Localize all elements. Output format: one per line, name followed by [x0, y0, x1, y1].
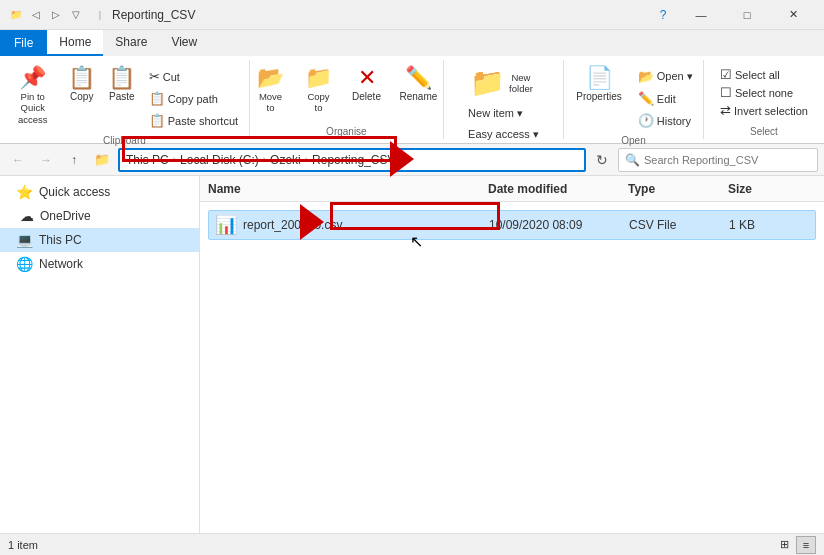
col-header-name: Name	[208, 182, 488, 196]
copy-path-button[interactable]: 📋 Copy path	[144, 88, 243, 109]
col-header-modified: Date modified	[488, 182, 628, 196]
search-bar[interactable]: 🔍	[618, 148, 818, 172]
view-list-button[interactable]: ≡	[796, 536, 816, 554]
select-btns: ☑ Select all ☐ Select none ⇄ Invert sele…	[716, 64, 812, 119]
forward-icon: ▷	[48, 7, 64, 23]
open-group: 📄 Properties 📂 Open ▾ ✏️ Edit 🕐 History …	[564, 60, 704, 139]
history-icon: 🕐	[638, 113, 654, 128]
breadcrumb-reportingcsv[interactable]: Reporting_CSV	[312, 153, 395, 167]
select-none-button[interactable]: ☐ Select none	[716, 84, 812, 101]
pin-to-quick-button[interactable]: 📌 Pin to Quickaccess	[6, 64, 60, 128]
file-item-name-cell: 📊 report_200910.csv	[215, 214, 489, 236]
minimize-button[interactable]: —	[678, 0, 724, 30]
view-buttons: ⊞ ≡	[774, 536, 816, 554]
breadcrumb-sep1: ›	[173, 154, 176, 165]
maximize-button[interactable]: □	[724, 0, 770, 30]
breadcrumb-ozeki[interactable]: Ozeki ›	[270, 153, 308, 167]
paste-label: Paste	[109, 91, 135, 102]
status-bar: 1 item ⊞ ≡	[0, 533, 824, 555]
paste-shortcut-icon: 📋	[149, 113, 165, 128]
select-label: Select	[750, 124, 778, 139]
status-item-count: 1 item	[8, 539, 38, 551]
tab-file[interactable]: File	[0, 30, 47, 56]
search-icon: 🔍	[625, 153, 640, 167]
copy-path-label: Copy path	[168, 93, 218, 105]
properties-label: Properties	[576, 91, 622, 102]
cut-button[interactable]: ✂ Cut	[144, 66, 243, 87]
new-item-label: New item ▾	[468, 107, 523, 120]
copy-label: Copy	[70, 91, 93, 102]
search-input[interactable]	[644, 154, 811, 166]
sidebar-thispc-label: This PC	[39, 233, 82, 247]
cut-icon: ✂	[149, 69, 160, 84]
file-list-body: 📊 report_200910.csv 10/09/2020 08:09 CSV…	[200, 202, 824, 533]
tab-home[interactable]: Home	[47, 30, 103, 56]
ribbon-tabs: File Home Share View	[0, 30, 824, 56]
csv-file-icon: 📊	[215, 214, 237, 236]
help-button[interactable]: ?	[648, 0, 678, 30]
pin-label: Pin to Quickaccess	[13, 91, 53, 125]
open-button[interactable]: 📂 Open ▾	[633, 66, 698, 87]
invert-icon: ⇄	[720, 103, 731, 118]
refresh-button[interactable]: ↻	[590, 148, 614, 172]
new-folder-button[interactable]: 📁 Newfolder	[463, 64, 540, 102]
paste-button[interactable]: 📋 Paste	[104, 64, 140, 105]
new-folder-label: Newfolder	[509, 72, 533, 95]
tab-share[interactable]: Share	[103, 30, 159, 56]
copy-icon: 📋	[68, 67, 95, 89]
sidebar: ⭐ Quick access ☁ OneDrive 💻 This PC 🌐 Ne…	[0, 176, 200, 533]
network-icon: 🌐	[16, 256, 33, 272]
rename-button[interactable]: ✏️ Rename	[393, 64, 445, 105]
properties-icon: 📄	[586, 67, 613, 89]
breadcrumb-thispc[interactable]: This PC ›	[126, 153, 176, 167]
sidebar-item-onedrive[interactable]: ☁ OneDrive	[0, 204, 199, 228]
breadcrumb-reportingcsv-label: Reporting_CSV	[312, 153, 395, 167]
copy-button[interactable]: 📋 Copy	[64, 64, 100, 105]
breadcrumb-localdisk[interactable]: Local Disk (C:) ›	[180, 153, 266, 167]
invert-label: Invert selection	[734, 105, 808, 117]
properties-button[interactable]: 📄 Properties	[569, 64, 629, 105]
breadcrumb-localdisk-label: Local Disk (C:)	[180, 153, 259, 167]
cloud-icon: ☁	[20, 208, 34, 224]
delete-button[interactable]: ✕ Delete	[345, 64, 389, 105]
new-folder-icon: 📁	[470, 69, 505, 97]
easy-access-button[interactable]: Easy access ▾	[463, 125, 544, 144]
file-item-size-cell: 1 KB	[729, 218, 809, 232]
rename-icon: ✏️	[405, 67, 432, 89]
select-all-button[interactable]: ☑ Select all	[716, 66, 812, 83]
breadcrumb-sep3: ›	[305, 154, 308, 165]
close-button[interactable]: ✕	[770, 0, 816, 30]
sidebar-item-this-pc[interactable]: 💻 This PC	[0, 228, 199, 252]
view-grid-button[interactable]: ⊞	[774, 536, 794, 554]
open-label: Open ▾	[657, 70, 693, 83]
sidebar-item-quick-access[interactable]: ⭐ Quick access	[0, 180, 199, 204]
computer-icon: 💻	[16, 232, 33, 248]
file-item-modified-cell: 10/09/2020 08:09	[489, 218, 629, 232]
bar-icon1: |	[92, 7, 108, 23]
sidebar-item-network[interactable]: 🌐 Network	[0, 252, 199, 276]
title-bar: 📁 ◁ ▷ ▽ | Reporting_CSV ? — □ ✕	[0, 0, 824, 30]
history-button[interactable]: 🕐 History	[633, 110, 698, 131]
new-item-button[interactable]: New item ▾	[463, 104, 528, 123]
new-content: 📁 Newfolder New item ▾ Easy access ▾	[461, 60, 546, 146]
breadcrumb[interactable]: This PC › Local Disk (C:) › Ozeki › Repo…	[118, 148, 586, 172]
forward-nav-button[interactable]: →	[34, 148, 58, 172]
star-icon: ⭐	[16, 184, 33, 200]
select-none-icon: ☐	[720, 85, 732, 100]
invert-selection-button[interactable]: ⇄ Invert selection	[716, 102, 812, 119]
clipboard-label: Clipboard	[103, 133, 146, 148]
new-group: 📁 Newfolder New item ▾ Easy access ▾ New	[444, 60, 564, 139]
up-nav-button[interactable]: ↑	[62, 148, 86, 172]
folder-nav-icon: 📁	[90, 148, 114, 172]
move-label: Moveto	[259, 91, 282, 114]
open-label: Open	[621, 133, 645, 148]
back-nav-button[interactable]: ←	[6, 148, 30, 172]
tab-view[interactable]: View	[159, 30, 209, 56]
edit-button[interactable]: ✏️ Edit	[633, 88, 698, 109]
move-to-button[interactable]: 📂 Moveto	[249, 64, 293, 117]
col-header-type: Type	[628, 182, 728, 196]
file-item-report[interactable]: 📊 report_200910.csv 10/09/2020 08:09 CSV…	[208, 210, 816, 240]
copy-to-button[interactable]: 📁 Copyto	[297, 64, 341, 117]
select-none-label: Select none	[735, 87, 793, 99]
paste-shortcut-button[interactable]: 📋 Paste shortcut	[144, 110, 243, 131]
